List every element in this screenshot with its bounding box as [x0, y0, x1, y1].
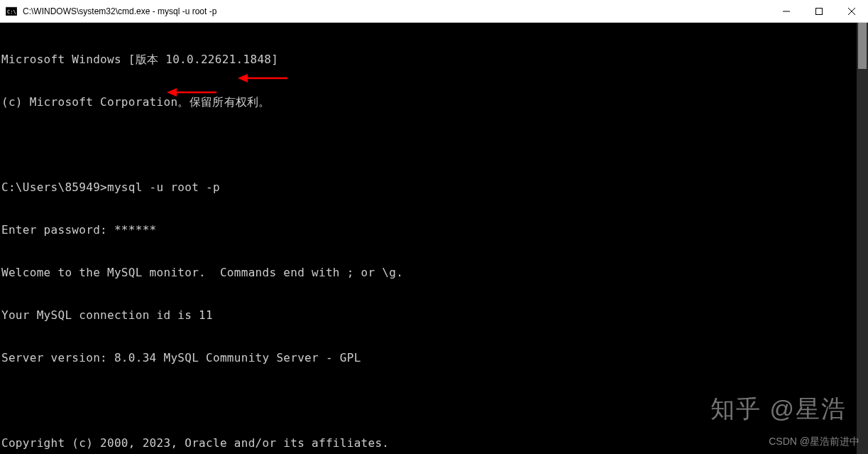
terminal-output[interactable]: Microsoft Windows [版本 10.0.22621.1848] (… — [0, 23, 868, 454]
minimize-button[interactable] — [770, 0, 803, 22]
terminal-line: Copyright (c) 2000, 2023, Oracle and/or … — [1, 436, 868, 450]
window-title: C:\WINDOWS\system32\cmd.exe - mysql -u r… — [23, 6, 770, 16]
cmd-icon: C:\ — [6, 6, 17, 17]
terminal-line: (c) Microsoft Corporation。保留所有权利。 — [1, 95, 868, 109]
zhihu-watermark: 知乎 @星浩 — [710, 393, 847, 426]
csdn-watermark: CSDN @星浩前进中 — [769, 436, 859, 448]
close-button[interactable] — [835, 0, 868, 22]
window-controls — [770, 0, 868, 22]
window-titlebar: C:\ C:\WINDOWS\system32\cmd.exe - mysql … — [0, 0, 868, 23]
terminal-line: C:\Users\85949>mysql -u root -p — [1, 180, 868, 195]
scrollbar-thumb[interactable] — [858, 23, 867, 69]
vertical-scrollbar[interactable] — [857, 23, 868, 454]
terminal-line: Your MySQL connection id is 11 — [1, 308, 868, 323]
svg-text:C:\: C:\ — [7, 9, 16, 15]
terminal-line: Server version: 8.0.34 MySQL Community S… — [1, 351, 868, 365]
terminal-line — [1, 138, 868, 152]
terminal-line: Enter password: ****** — [1, 223, 868, 237]
svg-rect-3 — [816, 8, 823, 14]
maximize-button[interactable] — [803, 0, 835, 22]
terminal-line: Welcome to the MySQL monitor. Commands e… — [1, 266, 868, 280]
terminal-line: Microsoft Windows [版本 10.0.22621.1848] — [1, 53, 868, 67]
